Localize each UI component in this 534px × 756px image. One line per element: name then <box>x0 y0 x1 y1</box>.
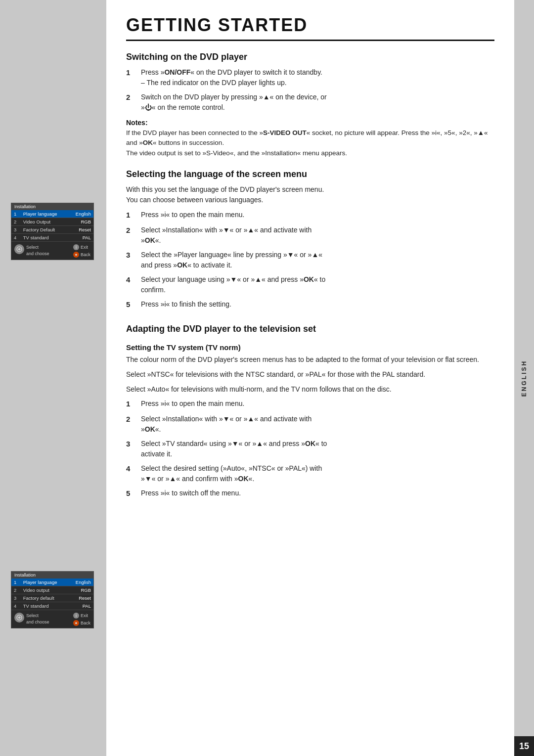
menu2-row3-num: 3 <box>11 594 21 602</box>
step-text: Press »i« to switch off the menu. <box>141 488 241 499</box>
section2-step-2: 2 Select »Installation« with »▼« or »▲« … <box>126 225 494 246</box>
menu1-row3-num: 3 <box>11 226 21 234</box>
step-num: 5 <box>126 488 136 499</box>
section3-step-3: 3 Select »TV standard« using »▼« or »▲« … <box>126 439 494 459</box>
menu2-row-3: 3 Factory default Reset <box>11 594 93 602</box>
step-num: 1 <box>126 399 136 410</box>
notes-block: Notes: If the DVD player has been connec… <box>126 119 494 158</box>
menu2-footer: Select and choose i Exit ● Back <box>11 610 93 628</box>
step-text: Select your language using »▼« or »▲« an… <box>141 274 325 295</box>
step-num: 4 <box>126 274 136 295</box>
menu1-row1-value: English <box>68 210 93 218</box>
section3-step-1: 1 Press »i« to open the main menu. <box>126 399 494 410</box>
sidebar: Installation 1 Player language English 2… <box>0 0 106 756</box>
menu1-row-1: 1 Player language English <box>11 210 93 218</box>
section3-step-4: 4 Select the desired setting (»Auto«, »N… <box>126 463 494 484</box>
section2-step-1: 1 Press »i« to open the main menu. <box>126 210 494 221</box>
step-text: Select »TV standard« using »▼« or »▲« an… <box>141 439 327 459</box>
menu1-exit-back: i Exit ● Back <box>73 244 90 258</box>
menu2-exit-back: i Exit ● Back <box>73 613 90 626</box>
step-text: Select the »Player language« line by pre… <box>141 250 322 270</box>
step-num: 3 <box>126 439 136 459</box>
footer-select-label-2: Select and choose <box>26 613 49 625</box>
footer-select-label-1: Select and choose <box>26 244 49 257</box>
step-num: 1 <box>126 210 136 221</box>
step-num: 5 <box>126 299 136 311</box>
section3-step-5: 5 Press »i« to switch off the menu. <box>126 488 494 499</box>
menu2-row-2: 2 Video output RGB <box>11 586 93 594</box>
select-icon-2 <box>14 613 24 623</box>
menu-screenshot-2: Installation 1 Player language English 2… <box>11 571 94 628</box>
menu2-row-4: 4 TV standard PAL <box>11 602 93 610</box>
right-panel: ENGLISH 15 <box>514 0 534 756</box>
menu2-row4-value: PAL <box>68 602 93 610</box>
section3-step-2: 2 Select »Installation« with »▼« or »▲« … <box>126 414 494 435</box>
section1-steps: 1 Press »ON/OFF« on the DVD player to sw… <box>126 67 494 113</box>
notes-label: Notes: <box>126 119 494 127</box>
section3-para1: The colour norm of the DVD player's scre… <box>126 355 494 365</box>
btn-back-1: ● <box>73 252 79 258</box>
section3-para2: Select »NTSC« for televisions with the N… <box>126 369 494 380</box>
step-text: Select the desired setting (»Auto«, »NTS… <box>141 463 322 484</box>
menu1-row4-value: PAL <box>68 234 93 242</box>
menu2-row2-value: RGB <box>68 586 93 594</box>
btn-i-2: i <box>73 613 79 619</box>
back-row-1: ● Back <box>73 252 90 258</box>
menu2-row3-label: Factory default <box>21 594 69 602</box>
english-label: ENGLISH <box>521 359 528 396</box>
menu2-row2-num: 2 <box>11 586 21 594</box>
section3-title: Adapting the DVD player to the televisio… <box>126 324 494 334</box>
step-text: Press »i« to open the main menu. <box>141 399 244 410</box>
menu1-row-2: 2 Video Output RGB <box>11 218 93 226</box>
section2-steps: 1 Press »i« to open the main menu. 2 Sel… <box>126 210 494 310</box>
menu1-footer: Select and choose i Exit ● Back <box>11 242 93 260</box>
menu2-row-1: 1 Player language English <box>11 578 93 586</box>
menu2-row1-value: English <box>68 578 93 586</box>
section2-step-4: 4 Select your language using »▼« or »▲« … <box>126 274 494 295</box>
menu1-row-3: 3 Factory Default Reset <box>11 226 93 234</box>
page-title: GETTING STARTED <box>126 15 494 41</box>
menu1-row1-num: 1 <box>11 210 21 218</box>
notes-text-1: If the DVD player has been connected to … <box>126 128 494 158</box>
step-text: Select »Installation« with »▼« or »▲« an… <box>141 225 312 246</box>
main-content: GETTING STARTED Switching on the DVD pla… <box>106 0 514 756</box>
step-num: 2 <box>126 225 136 246</box>
exit-row-2: i Exit <box>73 613 90 619</box>
menu1-row2-num: 2 <box>11 218 21 226</box>
step-text: Press »ON/OFF« on the DVD player to swit… <box>141 67 322 88</box>
menu1-row3-value: Reset <box>68 226 93 234</box>
step-num: 2 <box>126 92 136 113</box>
select-icon-1 <box>14 244 24 254</box>
menu1-row4-num: 4 <box>11 234 21 242</box>
step-num: 4 <box>126 463 136 484</box>
step-text: Switch on the DVD player by pressing »▲«… <box>141 92 327 113</box>
step-num: 3 <box>126 250 136 270</box>
menu2-row3-value: Reset <box>68 594 93 602</box>
step-num: 2 <box>126 414 136 435</box>
menu2-row2-label: Video output <box>21 586 69 594</box>
btn-i-1: i <box>73 244 79 250</box>
btn-back-2: ● <box>73 620 79 626</box>
section2-title: Selecting the language of the screen men… <box>126 169 494 179</box>
menu1-row4-label: TV standard <box>21 234 69 242</box>
section3-steps: 1 Press »i« to open the main menu. 2 Sel… <box>126 399 494 499</box>
back-row-2: ● Back <box>73 620 90 626</box>
section1-step-2: 2 Switch on the DVD player by pressing »… <box>126 92 494 113</box>
section1-title: Switching on the DVD player <box>126 52 494 62</box>
menu2-row1-label: Player language <box>21 578 69 586</box>
menu1-row-4: 4 TV standard PAL <box>11 234 93 242</box>
section2-step-3: 3 Select the »Player language« line by p… <box>126 250 494 270</box>
menu2-row4-label: TV standard <box>21 602 69 610</box>
section2-step-5: 5 Press »i« to finish the setting. <box>126 299 494 311</box>
menu2-row4-num: 4 <box>11 602 21 610</box>
menu1-title: Installation <box>11 203 93 210</box>
step-text: Press »i« to finish the setting. <box>141 299 231 311</box>
exit-row-1: i Exit <box>73 244 90 250</box>
section2-intro: With this you set the language of the DV… <box>126 184 494 206</box>
menu1-row3-label: Factory Default <box>21 226 69 234</box>
step-text: Select »Installation« with »▼« or »▲« an… <box>141 414 312 435</box>
menu2-row1-num: 1 <box>11 578 21 586</box>
page-number: 15 <box>514 736 534 756</box>
menu-screenshot-1: Installation 1 Player language English 2… <box>11 203 94 260</box>
section1-step-1: 1 Press »ON/OFF« on the DVD player to sw… <box>126 67 494 88</box>
